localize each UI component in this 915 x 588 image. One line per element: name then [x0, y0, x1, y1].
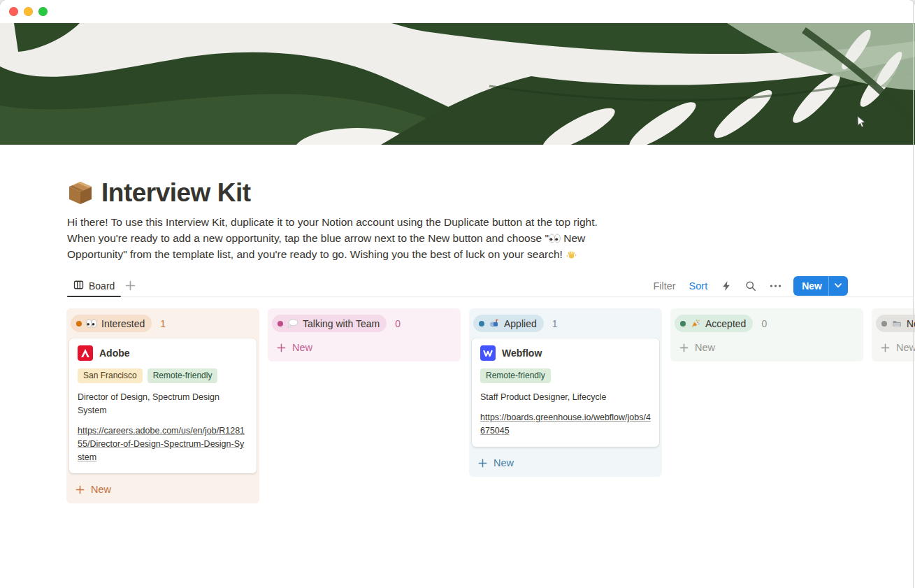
job-card-adobe[interactable]: AdobeSan FranciscoRemote-friendlyDirecto…: [69, 338, 257, 473]
add-card-label: New: [91, 484, 111, 495]
mailbox-icon: [489, 319, 500, 328]
company-name: Webflow: [502, 347, 542, 359]
search-icon[interactable]: [745, 280, 756, 292]
board-column-interested: Interested1AdobeSan FranciscoRemote-frie…: [66, 308, 259, 503]
company-name: Adobe: [99, 347, 130, 359]
card-count: 1: [160, 318, 166, 329]
add-card-label: New: [695, 342, 715, 353]
board-column-no-lon: No LonNew: [872, 308, 915, 361]
card-title-row: Adobe: [78, 345, 248, 361]
tag-remote-friendly: Remote-friendly: [480, 368, 551, 383]
add-card-label: New: [493, 457, 514, 468]
status-label: No Lon: [907, 318, 915, 329]
status-dot: [76, 321, 82, 327]
status-pill-interested[interactable]: Interested: [71, 315, 152, 332]
card-count: 1: [552, 318, 558, 329]
status-dot: [680, 321, 686, 327]
plus-icon: [679, 343, 689, 353]
add-card-button[interactable]: New: [69, 479, 257, 500]
filter-button[interactable]: Filter: [653, 280, 675, 292]
zoom-window-button[interactable]: [38, 7, 48, 16]
close-window-button[interactable]: [9, 7, 18, 16]
add-card-button[interactable]: New: [472, 452, 659, 473]
status-label: Talking with Team: [303, 318, 380, 329]
more-options-icon[interactable]: [770, 284, 781, 288]
status-dot: [479, 321, 484, 327]
status-pill-applied[interactable]: Applied: [473, 315, 544, 332]
thought-balloon-icon: [287, 319, 298, 328]
board-column-applied: Applied1WebflowRemote-friendlyStaff Prod…: [469, 308, 662, 477]
tag-san-francisco: San Francisco: [78, 368, 143, 383]
board-column-talking-with-team: Talking with Team0New: [268, 308, 461, 361]
tab-board-view[interactable]: Board: [67, 275, 121, 296]
page-description[interactable]: Hi there! To use this Interview Kit, dup…: [67, 214, 609, 262]
column-header: Accepted0: [673, 310, 860, 337]
card-title-row: Webflow: [480, 345, 651, 361]
page-title[interactable]: Interview Kit: [101, 178, 251, 208]
window-titlebar: [0, 0, 915, 23]
package-icon[interactable]: [67, 180, 94, 206]
add-card-label: New: [292, 342, 312, 353]
status-label: Interested: [101, 318, 145, 329]
eyes-icon: [86, 319, 97, 328]
job-role: Director of Design, Spectrum Design Syst…: [78, 391, 248, 417]
board-view-icon: [73, 280, 84, 292]
add-view-button[interactable]: [124, 280, 136, 292]
automations-lightning-icon[interactable]: [721, 280, 732, 292]
status-dot: [881, 321, 887, 327]
job-url-link[interactable]: https://careers.adobe.com/us/en/job/R128…: [78, 424, 248, 464]
board-column-accepted: Accepted0New: [670, 308, 863, 361]
minimize-window-button[interactable]: [24, 7, 33, 16]
tag-remote-friendly: Remote-friendly: [147, 368, 218, 383]
tag-list: Remote-friendly: [480, 368, 651, 383]
adobe-logo-icon: [78, 345, 93, 361]
wave-icon: [565, 248, 577, 260]
status-pill-no-lon[interactable]: No Lon: [876, 315, 915, 332]
status-pill-talking-with-team[interactable]: Talking with Team: [272, 315, 387, 332]
status-label: Applied: [504, 318, 537, 329]
column-header: Interested1: [69, 310, 257, 337]
new-button[interactable]: New: [793, 276, 848, 296]
party-popper-icon: [690, 319, 701, 328]
tab-board-label: Board: [89, 280, 115, 292]
sort-button[interactable]: Sort: [689, 280, 708, 292]
kanban-board: Interested1AdobeSan FranciscoRemote-frie…: [0, 297, 915, 503]
notion-window: Interview Kit Hi there! To use this Inte…: [0, 0, 915, 588]
status-pill-accepted[interactable]: Accepted: [675, 315, 753, 332]
plus-icon: [477, 458, 488, 468]
add-card-button[interactable]: New: [874, 337, 915, 358]
plus-icon: [880, 343, 891, 353]
add-card-button[interactable]: New: [271, 337, 458, 358]
job-url-link[interactable]: https://boards.greenhouse.io/webflow/job…: [480, 411, 651, 438]
webflow-logo-icon: [480, 345, 496, 361]
window-right-edge: [913, 0, 914, 588]
job-card-webflow[interactable]: WebflowRemote-friendlyStaff Product Desi…: [472, 338, 659, 447]
view-bar: Board Filter Sort New: [67, 275, 913, 297]
plus-icon: [276, 343, 287, 353]
tag-list: San FranciscoRemote-friendly: [78, 368, 248, 383]
column-header: Talking with Team0: [271, 310, 458, 337]
card-count: 0: [761, 318, 767, 329]
column-header: Applied1: [472, 310, 659, 337]
job-role: Staff Product Designer, Lifecycle: [480, 391, 651, 404]
status-dot: [278, 321, 283, 327]
plus-icon: [75, 485, 85, 495]
add-card-button[interactable]: New: [673, 337, 860, 358]
status-label: Accepted: [705, 318, 746, 329]
new-dropdown-chevron-icon[interactable]: [828, 276, 848, 296]
eyes-icon: [549, 232, 561, 244]
page-cover-image: [0, 23, 915, 145]
monstera-leaves-cover-art: [0, 23, 915, 145]
column-header: No Lon: [874, 310, 915, 337]
card-count: 0: [395, 318, 401, 329]
new-button-label[interactable]: New: [793, 276, 828, 296]
mouse-cursor: [857, 116, 866, 128]
folder-icon: [891, 319, 902, 328]
